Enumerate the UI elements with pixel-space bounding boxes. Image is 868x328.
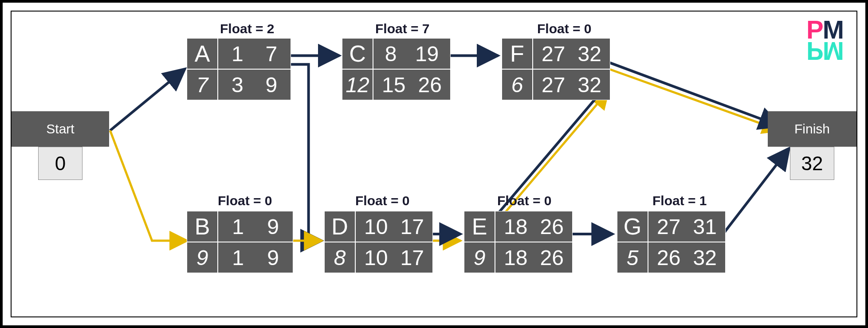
activity-duration: 9 xyxy=(187,242,218,273)
backward-pass: 2632 xyxy=(648,242,726,273)
backward-pass: 39 xyxy=(218,69,291,100)
activity-id: F xyxy=(502,38,533,69)
activity-duration: 7 xyxy=(187,69,218,100)
float-label-a: Float = 2 xyxy=(220,21,275,36)
activity-duration: 12 xyxy=(342,69,373,100)
activity-id: C xyxy=(342,38,373,69)
activity-node-c: C 819 12 1526 xyxy=(342,38,451,100)
finish-value: 32 xyxy=(790,147,834,180)
forward-pass: 2732 xyxy=(533,38,610,69)
activity-node-f: F 2732 6 2732 xyxy=(502,38,610,100)
start-value: 0 xyxy=(38,147,82,180)
activity-node-d: D 1017 8 1017 xyxy=(324,211,433,273)
backward-pass: 2732 xyxy=(533,69,610,100)
activity-node-b: B 19 9 19 xyxy=(187,211,293,273)
forward-pass: 17 xyxy=(218,38,291,69)
finish-label: Finish xyxy=(794,121,830,137)
svg-line-8 xyxy=(609,62,781,126)
svg-line-7 xyxy=(609,69,781,130)
float-label-f: Float = 0 xyxy=(537,21,592,36)
forward-pass: 1017 xyxy=(355,211,433,242)
forward-pass: 819 xyxy=(373,38,451,69)
diagram-frame: PM PM xyxy=(0,0,868,328)
activity-node-e: E 1826 9 1826 xyxy=(464,211,573,273)
backward-pass: 1826 xyxy=(495,242,573,273)
svg-line-0 xyxy=(110,69,185,130)
float-label-g: Float = 1 xyxy=(652,193,707,208)
activity-id: A xyxy=(187,38,218,69)
forward-pass: 2731 xyxy=(648,211,726,242)
backward-pass: 1017 xyxy=(355,242,433,273)
float-label-d: Float = 0 xyxy=(355,193,410,208)
pm-logo: PM PM xyxy=(806,19,843,62)
activity-duration: 8 xyxy=(324,242,355,273)
activity-node-g: G 2731 5 2632 xyxy=(617,211,726,273)
backward-pass: 1526 xyxy=(373,69,451,100)
activity-duration: 5 xyxy=(617,242,648,273)
diagram-canvas: PM PM xyxy=(11,11,857,317)
activity-id: G xyxy=(617,211,648,242)
activity-duration: 6 xyxy=(502,69,533,100)
backward-pass: 19 xyxy=(218,242,293,273)
start-node: Start xyxy=(12,111,109,147)
finish-node: Finish xyxy=(768,111,856,147)
activity-id: E xyxy=(464,211,495,242)
float-label-b: Float = 0 xyxy=(218,193,272,208)
svg-line-9 xyxy=(723,148,789,234)
forward-pass: 19 xyxy=(218,211,293,242)
activity-duration: 9 xyxy=(464,242,495,273)
start-label: Start xyxy=(46,121,74,137)
activity-id: D xyxy=(324,211,355,242)
forward-pass: 1826 xyxy=(495,211,573,242)
float-label-e: Float = 0 xyxy=(497,193,552,208)
activity-id: B xyxy=(187,211,218,242)
activity-node-a: A 17 7 39 xyxy=(187,38,291,100)
float-label-c: Float = 7 xyxy=(375,21,430,36)
